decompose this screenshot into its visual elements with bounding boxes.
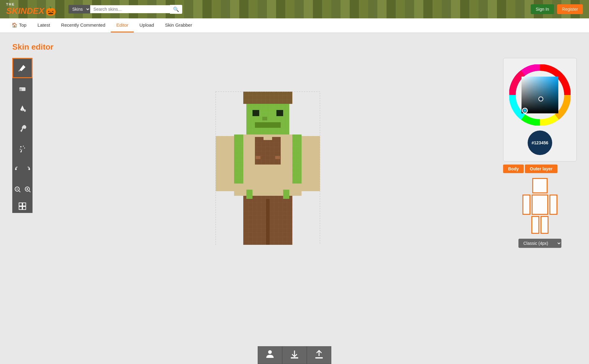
search-bar: Skins 🔍 xyxy=(68,5,182,14)
svg-rect-44 xyxy=(216,136,234,191)
classic-dropdown-container: Classic (4px) Slim (3px) xyxy=(503,239,577,248)
bottom-toolbar xyxy=(258,346,331,364)
svg-rect-46 xyxy=(302,136,320,191)
nav-skin-grabber-label: Skin Grabber xyxy=(165,22,192,28)
svg-point-55 xyxy=(539,97,542,100)
svg-line-15 xyxy=(29,191,30,192)
parts-tabs: Body Outer layer xyxy=(503,165,577,173)
logo-area: THE SKINDEX 🎃 xyxy=(6,2,56,16)
page-title: Skin editor xyxy=(12,42,577,52)
register-button[interactable]: Register xyxy=(557,4,583,14)
hex-value: #123456 xyxy=(532,140,549,145)
svg-point-3 xyxy=(20,146,21,147)
bottom-btn-3[interactable] xyxy=(307,346,331,364)
nav-recently-commented-label: Recently Commented xyxy=(61,22,105,28)
color-wheel-svg[interactable] xyxy=(509,64,571,126)
header-banner: THE SKINDEX 🎃 Skins 🔍 Sign In Register xyxy=(0,0,589,18)
skin-type-dropdown[interactable]: Classic (4px) Slim (3px) xyxy=(518,239,561,248)
logo-skindex: SKINDEX xyxy=(6,6,44,16)
zoom-in-tool[interactable] xyxy=(22,179,33,199)
nav-latest-label: Latest xyxy=(37,22,50,28)
svg-rect-37 xyxy=(255,140,281,165)
svg-rect-18 xyxy=(19,207,22,210)
svg-rect-39 xyxy=(275,156,280,159)
canvas-area[interactable] xyxy=(39,58,497,248)
search-button[interactable]: 🔍 xyxy=(170,5,182,14)
svg-rect-1 xyxy=(19,89,22,91)
nav-item-latest[interactable]: Latest xyxy=(32,18,56,32)
search-type-select[interactable]: Skins xyxy=(68,5,90,13)
body-tab[interactable]: Body xyxy=(503,165,524,173)
nav-item-top[interactable]: 🏠 Top xyxy=(6,18,32,32)
download-icon xyxy=(290,349,299,359)
svg-rect-38 xyxy=(256,156,260,159)
zoom-out-tool[interactable] xyxy=(12,179,22,199)
svg-point-4 xyxy=(23,146,24,147)
svg-rect-19 xyxy=(23,207,26,210)
zoom-row xyxy=(12,179,33,199)
eyedropper-tool[interactable] xyxy=(12,119,33,139)
svg-rect-26 xyxy=(255,122,281,128)
nav-editor-label: Editor xyxy=(116,22,128,28)
svg-line-11 xyxy=(19,191,20,192)
right-arm-part[interactable] xyxy=(549,195,557,215)
nav-item-recently-commented[interactable]: Recently Commented xyxy=(56,18,111,32)
color-swatch[interactable]: #123456 xyxy=(528,131,552,155)
svg-rect-60 xyxy=(315,357,323,358)
home-icon: 🏠 xyxy=(12,22,17,28)
svg-point-57 xyxy=(523,109,526,112)
eraser-tool[interactable] xyxy=(12,78,33,98)
grid-tool[interactable] xyxy=(12,199,33,213)
left-leg-part[interactable] xyxy=(531,216,539,234)
torso-row xyxy=(522,195,557,215)
head-part[interactable] xyxy=(532,178,548,193)
page-content: Skin editor xyxy=(0,33,589,364)
svg-rect-23 xyxy=(243,92,292,104)
logo-pumpkin: 🎃 xyxy=(45,6,56,16)
svg-rect-27 xyxy=(262,117,267,120)
paint-bucket-tool[interactable] xyxy=(12,98,33,119)
svg-rect-2 xyxy=(24,109,26,112)
logo-the: THE xyxy=(6,2,15,6)
svg-rect-31 xyxy=(234,135,243,184)
auth-buttons: Sign In Register xyxy=(531,4,583,14)
skin-canvas[interactable] xyxy=(210,61,326,245)
color-picker-panel: #123456 xyxy=(503,58,577,161)
bottom-btn-1[interactable] xyxy=(258,346,282,364)
body-parts-section: Body Outer layer xyxy=(503,165,577,248)
svg-rect-59 xyxy=(291,357,298,358)
pencil-tool[interactable] xyxy=(12,58,33,78)
upload-icon xyxy=(314,349,324,359)
nav-item-skin-grabber[interactable]: Skin Grabber xyxy=(160,18,198,32)
svg-rect-47 xyxy=(246,190,252,199)
svg-rect-16 xyxy=(19,203,22,206)
signin-button[interactable]: Sign In xyxy=(531,4,554,14)
left-arm-part[interactable] xyxy=(522,195,530,215)
undo-redo-row xyxy=(12,159,33,179)
svg-rect-48 xyxy=(283,190,289,199)
bottom-btn-2[interactable] xyxy=(282,346,307,364)
editor-layout: #123456 Body Outer layer xyxy=(12,58,577,248)
outer-layer-tab[interactable]: Outer layer xyxy=(525,165,557,173)
nav-item-editor[interactable]: Editor xyxy=(111,18,134,32)
svg-point-58 xyxy=(268,350,272,354)
svg-rect-25 xyxy=(276,110,283,116)
svg-point-6 xyxy=(20,149,21,150)
undo-button[interactable] xyxy=(12,159,22,179)
noise-tool[interactable] xyxy=(12,139,33,159)
nav-item-upload[interactable]: Upload xyxy=(134,18,160,32)
svg-rect-24 xyxy=(252,110,259,116)
svg-rect-17 xyxy=(23,203,26,206)
right-leg-part[interactable] xyxy=(541,216,549,234)
person-icon xyxy=(265,349,275,359)
search-input[interactable] xyxy=(90,5,170,13)
torso-part[interactable] xyxy=(532,195,548,215)
body-diagram xyxy=(503,178,577,234)
svg-rect-42 xyxy=(266,199,270,245)
color-wheel[interactable] xyxy=(509,64,571,126)
toolbar xyxy=(12,58,33,248)
legs-row xyxy=(531,216,549,234)
redo-button[interactable] xyxy=(22,159,33,179)
nav-upload-label: Upload xyxy=(139,22,154,28)
nav-top-label: Top xyxy=(19,22,26,28)
